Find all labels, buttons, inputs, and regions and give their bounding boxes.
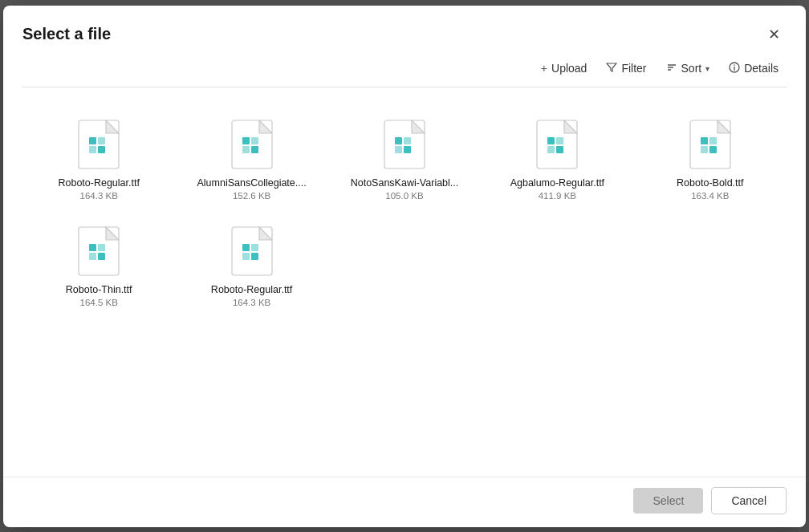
svg-rect-13	[251, 137, 258, 144]
close-icon: ✕	[768, 26, 780, 43]
svg-rect-32	[89, 244, 96, 251]
svg-rect-14	[242, 146, 250, 153]
file-item[interactable]: NotoSansKawi-Variabl... 105.0 KB	[328, 107, 481, 213]
sort-icon	[666, 62, 677, 75]
svg-rect-33	[98, 244, 105, 251]
file-name: Roboto-Regular.ttf	[58, 177, 139, 189]
svg-rect-17	[395, 137, 402, 144]
svg-rect-9	[89, 146, 96, 153]
dialog-title: Select a file	[22, 25, 111, 43]
upload-label: Upload	[551, 62, 587, 75]
svg-rect-34	[89, 253, 96, 260]
cancel-button[interactable]: Cancel	[711, 487, 787, 514]
file-item[interactable]: AlumniSansCollegiate.... 152.6 KB	[175, 107, 327, 213]
dialog-header: Select a file ✕	[3, 6, 806, 54]
file-size: 164.3 KB	[80, 191, 118, 201]
sort-label: Sort	[681, 62, 702, 75]
file-item[interactable]: Roboto-Thin.ttf 164.5 KB	[22, 213, 175, 320]
file-size: 164.5 KB	[80, 298, 118, 307]
file-name: Roboto-Regular.ttf	[211, 284, 292, 295]
file-item[interactable]: Roboto-Regular.ttf 164.3 KB	[175, 213, 327, 320]
close-button[interactable]: ✕	[761, 22, 787, 47]
svg-rect-20	[404, 146, 411, 153]
file-icon	[384, 120, 425, 169]
select-file-dialog: Select a file ✕ + Upload Filter	[3, 6, 806, 527]
upload-button[interactable]: + Upload	[533, 57, 596, 79]
file-icon	[78, 120, 120, 169]
svg-rect-19	[395, 146, 402, 153]
dialog-overlay: Select a file ✕ + Upload Filter	[0, 0, 809, 532]
svg-rect-15	[251, 146, 258, 153]
file-size: 105.0 KB	[385, 191, 423, 201]
svg-rect-30	[709, 146, 717, 153]
file-size: 164.3 KB	[233, 298, 270, 307]
file-size: 411.9 KB	[539, 191, 576, 201]
svg-rect-38	[251, 244, 258, 251]
svg-rect-12	[242, 137, 250, 144]
file-item[interactable]: Roboto-Regular.ttf 164.3 KB	[22, 107, 175, 213]
file-grid: Roboto-Regular.ttf 164.3 KB AlumniSansCo…	[3, 87, 806, 477]
file-icon	[536, 120, 578, 169]
sort-chevron-icon: ▾	[705, 64, 709, 73]
file-name: AlumniSansCollegiate....	[197, 177, 307, 189]
file-icon	[231, 120, 273, 169]
svg-rect-29	[701, 146, 708, 153]
file-item[interactable]: Roboto-Bold.ttf 163.4 KB	[634, 107, 787, 213]
filter-label: Filter	[621, 62, 646, 75]
dialog-footer: Select Cancel	[3, 477, 806, 527]
filter-icon	[606, 62, 617, 75]
file-name: Agbalumo-Regular.ttf	[510, 177, 604, 189]
file-name: Roboto-Bold.ttf	[677, 177, 743, 189]
svg-rect-8	[98, 137, 105, 144]
file-name: Roboto-Thin.ttf	[66, 284, 132, 295]
filter-button[interactable]: Filter	[598, 57, 654, 80]
details-button[interactable]: Details	[721, 57, 787, 80]
file-size: 152.6 KB	[233, 191, 270, 201]
details-label: Details	[744, 62, 779, 75]
svg-rect-37	[242, 244, 250, 251]
svg-rect-23	[556, 137, 563, 144]
file-item[interactable]: Agbalumo-Regular.ttf 411.9 KB	[481, 107, 633, 213]
select-button[interactable]: Select	[633, 488, 703, 514]
svg-rect-7	[89, 137, 96, 144]
upload-icon: +	[541, 62, 547, 75]
svg-rect-24	[547, 146, 555, 153]
toolbar: + Upload Filter	[3, 54, 806, 87]
svg-rect-25	[556, 146, 563, 153]
svg-rect-18	[404, 137, 411, 144]
svg-rect-22	[547, 137, 555, 144]
file-icon	[78, 226, 120, 276]
sort-button[interactable]: Sort ▾	[658, 57, 718, 80]
file-icon	[689, 120, 731, 169]
svg-rect-39	[242, 253, 250, 260]
svg-rect-35	[98, 253, 105, 260]
file-size: 163.4 KB	[691, 191, 729, 201]
svg-point-5	[734, 64, 735, 66]
file-icon	[231, 226, 273, 276]
svg-rect-10	[98, 146, 105, 153]
svg-rect-28	[709, 137, 717, 144]
details-icon	[729, 62, 740, 75]
svg-rect-27	[701, 137, 708, 144]
file-name: NotoSansKawi-Variabl...	[351, 177, 459, 189]
svg-rect-40	[251, 253, 258, 260]
